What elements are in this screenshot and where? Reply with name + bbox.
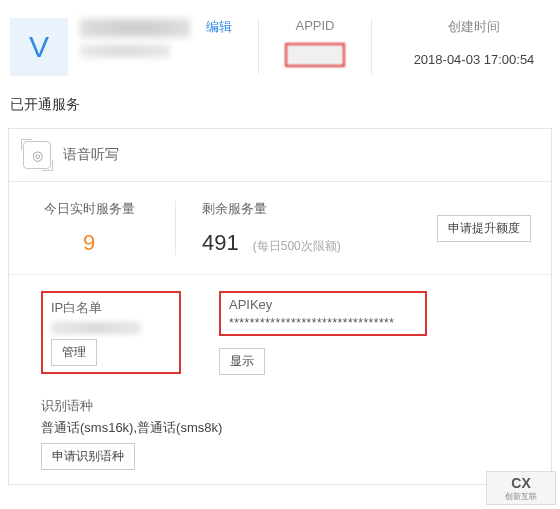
edit-link[interactable]: 编辑 xyxy=(206,18,232,36)
voice-icon: ◎ xyxy=(23,141,51,169)
ip-whitelist-label: IP白名单 xyxy=(51,299,171,317)
avatar: V xyxy=(10,18,68,76)
today-usage-label: 今日实时服务量 xyxy=(44,200,135,218)
language-block: 识别语种 普通话(sms16k),普通话(sms8k) 申请识别语种 xyxy=(9,391,551,484)
remaining-value: 491 xyxy=(202,230,239,256)
app-sub-redacted xyxy=(80,44,170,58)
apply-language-button[interactable]: 申请识别语种 xyxy=(41,443,135,470)
create-time-value: 2018-04-03 17:00:54 xyxy=(414,52,535,67)
appid-value-redacted xyxy=(285,43,345,67)
ip-whitelist-value-redacted xyxy=(51,321,141,335)
app-header: V 编辑 APPID 创建时间 2018-04-03 17:00:54 xyxy=(0,0,560,88)
logo-sub: 创新互联 xyxy=(505,491,537,502)
language-label: 识别语种 xyxy=(41,397,519,415)
stats-row: 今日实时服务量 9 剩余服务量 491 (每日500次限额) 申请提升额度 xyxy=(9,182,551,274)
apikey-label: APIKey xyxy=(229,297,417,312)
appid-label: APPID xyxy=(295,18,334,33)
section-title: 已开通服务 xyxy=(0,88,560,122)
logo-main: CX xyxy=(511,475,530,491)
divider xyxy=(258,18,259,74)
apikey-value: ******************************** xyxy=(229,316,417,330)
detail-row: IP白名单 管理 APIKey ************************… xyxy=(9,274,551,391)
service-header: ◎ 语音听写 xyxy=(9,129,551,182)
ip-manage-button[interactable]: 管理 xyxy=(51,339,97,366)
service-name: 语音听写 xyxy=(63,146,119,164)
remaining-label: 剩余服务量 xyxy=(202,200,437,218)
upgrade-quota-button[interactable]: 申请提升额度 xyxy=(437,215,531,242)
service-card: ◎ 语音听写 今日实时服务量 9 剩余服务量 491 (每日500次限额) 申请… xyxy=(8,128,552,485)
divider xyxy=(175,201,176,255)
app-name-redacted xyxy=(80,18,190,38)
apikey-show-button[interactable]: 显示 xyxy=(219,348,265,375)
remaining-note: (每日500次限额) xyxy=(253,238,341,255)
divider xyxy=(371,18,372,74)
language-value: 普通话(sms16k),普通话(sms8k) xyxy=(41,419,519,437)
create-time-label: 创建时间 xyxy=(448,18,500,36)
today-usage-value: 9 xyxy=(83,230,95,256)
brand-logo: CX 创新互联 xyxy=(486,471,556,505)
